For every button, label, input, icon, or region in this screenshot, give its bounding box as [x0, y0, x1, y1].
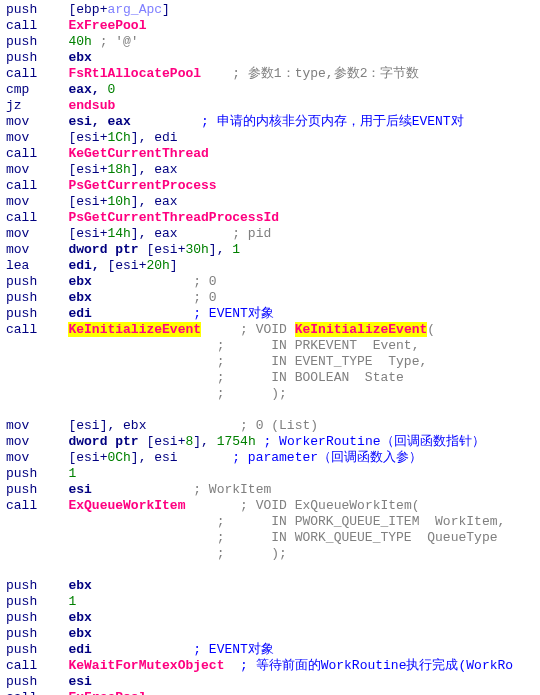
comment: ; );: [6, 386, 287, 401]
mnemonic: mov: [6, 130, 68, 145]
mnemonic: push: [6, 306, 68, 321]
asm-line: mov dword ptr [esi+30h], 1: [6, 242, 540, 258]
function-name-highlighted: KeInitializeEvent: [68, 322, 201, 337]
mnemonic: jz: [6, 98, 68, 113]
register: edi: [68, 642, 91, 657]
function-name: PsGetCurrentProcess: [68, 178, 216, 193]
register: ebx: [68, 50, 91, 65]
number-literal: 1: [68, 594, 76, 609]
comment: ; 0 (List): [146, 418, 318, 433]
asm-line: push ebx ; 0: [6, 274, 540, 290]
asm-line: cmp eax, 0: [6, 82, 540, 98]
function-name: FsRtlAllocatePool: [68, 66, 201, 81]
comment: ; 0: [92, 274, 217, 289]
mnemonic: lea: [6, 258, 68, 273]
asm-line: push 1: [6, 594, 540, 610]
asm-line: mov [esi+18h], eax: [6, 162, 540, 178]
asm-line: push esi: [6, 674, 540, 690]
asm-line: ; IN PRKEVENT Event,: [6, 338, 540, 354]
register: ebx: [68, 274, 91, 289]
asm-line: ; );: [6, 386, 540, 402]
comment: ; parameter（回调函数入参）: [178, 450, 422, 465]
mnemonic: call: [6, 178, 68, 193]
jump-target: endsub: [68, 98, 115, 113]
mnemonic: call: [6, 66, 68, 81]
asm-line: [6, 562, 540, 578]
mnemonic: push: [6, 2, 68, 17]
mnemonic: call: [6, 146, 68, 161]
disassembly-listing: push [ebp+arg_Apc]call ExFreePoolpush 40…: [0, 0, 540, 695]
asm-line: push 1: [6, 466, 540, 482]
mnemonic: push: [6, 642, 68, 657]
register: ebx: [68, 610, 91, 625]
function-name: ExFreePool: [68, 18, 146, 33]
asm-line: mov [esi+14h], eax ; pid: [6, 226, 540, 242]
mnemonic: call: [6, 210, 68, 225]
asm-line: call KeGetCurrentThread: [6, 146, 540, 162]
register: ebx: [68, 290, 91, 305]
asm-line: ; );: [6, 546, 540, 562]
asm-line: [6, 402, 540, 418]
comment: ; '@': [92, 34, 139, 49]
mnemonic: push: [6, 274, 68, 289]
register: ebx: [68, 578, 91, 593]
comment: ; VOID: [201, 322, 295, 337]
mnemonic: push: [6, 594, 68, 609]
function-name: PsGetCurrentThreadProcessId: [68, 210, 279, 225]
register: esi: [68, 674, 91, 689]
mnemonic: push: [6, 290, 68, 305]
asm-line: push ebx: [6, 50, 540, 66]
asm-line: push edi ; EVENT对象: [6, 306, 540, 322]
asm-line: ; IN EVENT_TYPE Type,: [6, 354, 540, 370]
comment: ; WorkerRoutine（回调函数指针）: [256, 434, 485, 449]
asm-line: mov [esi+0Ch], esi ; parameter（回调函数入参）: [6, 450, 540, 466]
asm-line: call PsGetCurrentProcess: [6, 178, 540, 194]
comment: ; 等待前面的WorkRoutine执行完成(WorkRo: [224, 658, 513, 673]
asm-line: call PsGetCurrentThreadProcessId: [6, 210, 540, 226]
mnemonic: mov: [6, 194, 68, 209]
comment: ; IN WORK_QUEUE_TYPE QueueType: [6, 530, 497, 545]
number-literal: 0: [107, 82, 115, 97]
asm-line: ; IN BOOLEAN State: [6, 370, 540, 386]
asm-line: mov esi, eax ; 申请的内核非分页内存，用于后续EVENT对: [6, 114, 540, 130]
asm-line: ; IN PWORK_QUEUE_ITEM WorkItem,: [6, 514, 540, 530]
register: edi: [68, 306, 91, 321]
asm-line: push ebx: [6, 578, 540, 594]
mnemonic: push: [6, 50, 68, 65]
comment: ; EVENT对象: [92, 642, 274, 657]
asm-line: mov [esi+1Ch], edi: [6, 130, 540, 146]
function-name: ExFreePool: [68, 690, 146, 695]
register: ebx: [68, 626, 91, 641]
comment: ; IN EVENT_TYPE Type,: [6, 354, 427, 369]
comment-function-ref: KeInitializeEvent: [295, 322, 428, 337]
mnemonic: push: [6, 578, 68, 593]
asm-line: push [ebp+arg_Apc]: [6, 2, 540, 18]
asm-line: call KeWaitForMutexObject ; 等待前面的WorkRou…: [6, 658, 540, 674]
register: esi: [68, 482, 91, 497]
mnemonic: mov: [6, 114, 68, 129]
asm-line: mov [esi+10h], eax: [6, 194, 540, 210]
comment: ; IN PWORK_QUEUE_ITEM WorkItem,: [6, 514, 505, 529]
asm-line: call ExQueueWorkItem ; VOID ExQueueWorkI…: [6, 498, 540, 514]
mnemonic: call: [6, 322, 68, 337]
number-literal: 1754h: [217, 434, 256, 449]
function-name: KeWaitForMutexObject: [68, 658, 224, 673]
mnemonic: push: [6, 674, 68, 689]
mnemonic: push: [6, 626, 68, 641]
mnemonic: push: [6, 482, 68, 497]
function-name: ExQueueWorkItem: [68, 498, 185, 513]
mnemonic: mov: [6, 226, 68, 241]
asm-line: call FsRtlAllocatePool ; 参数1：type,参数2：字节…: [6, 66, 540, 82]
asm-line: lea edi, [esi+20h]: [6, 258, 540, 274]
mnemonic: push: [6, 466, 68, 481]
asm-line: push 40h ; '@': [6, 34, 540, 50]
mnemonic: mov: [6, 434, 68, 449]
mnemonic: push: [6, 34, 68, 49]
comment: ; IN PRKEVENT Event,: [6, 338, 419, 353]
mnemonic: mov: [6, 162, 68, 177]
mnemonic: mov: [6, 450, 68, 465]
number-literal: 1: [68, 466, 76, 481]
asm-line: push esi ; WorkItem: [6, 482, 540, 498]
mnemonic: cmp: [6, 82, 68, 97]
asm-line: mov dword ptr [esi+8], 1754h ; WorkerRou…: [6, 434, 540, 450]
